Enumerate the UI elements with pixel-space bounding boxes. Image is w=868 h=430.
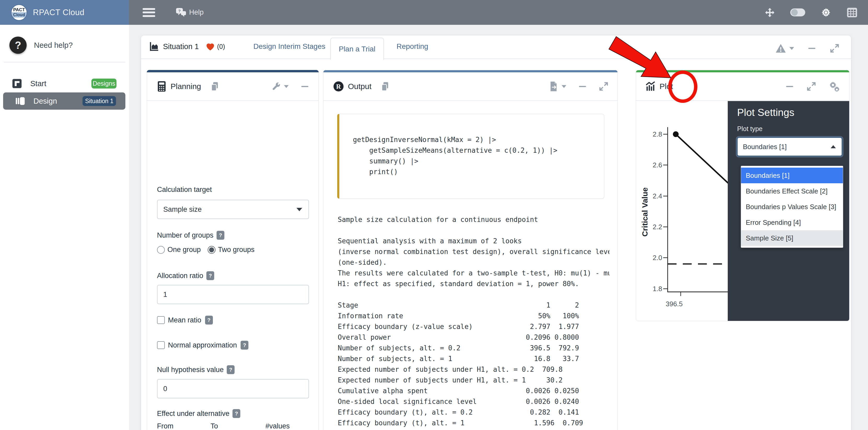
effect-label: Effect under alternative? bbox=[157, 409, 240, 418]
plan-a-trial-label: Plan a Trial bbox=[339, 45, 375, 53]
help-badge-icon[interactable]: ? bbox=[232, 409, 240, 418]
normal-approx-label: Normal approximation bbox=[168, 341, 237, 349]
settings-gear-icon[interactable] bbox=[820, 7, 831, 18]
rpact-logo: PACT Cloud bbox=[11, 4, 27, 21]
data-point-stage1 bbox=[673, 131, 679, 137]
plot-settings-gears-icon[interactable] bbox=[828, 81, 840, 92]
sidebar-item-design[interactable]: Design Situation 1 bbox=[3, 92, 125, 110]
plot-type-dropdown: Boundaries [1] Boundaries Effect Scale [… bbox=[741, 166, 843, 248]
situation-tab-label: Situation 1 bbox=[163, 42, 199, 51]
calc-target-label: Calculation target bbox=[157, 186, 212, 194]
y-tick-labels: 2.8 2.6 2.4 2.2 2.0 1.8 bbox=[653, 130, 662, 293]
one-group-label: One group bbox=[167, 246, 201, 254]
hamburger-menu-icon[interactable] bbox=[143, 8, 155, 17]
heart-icon[interactable] bbox=[206, 42, 215, 51]
grid-apps-icon[interactable] bbox=[846, 7, 858, 18]
expand-diagonal-icon[interactable] bbox=[806, 81, 816, 91]
help-badge-icon[interactable]: ? bbox=[206, 271, 214, 280]
designs-badge: Designs bbox=[91, 78, 117, 89]
allocation-label: Allocation ratio? bbox=[157, 271, 214, 280]
theme-toggle[interactable] bbox=[790, 8, 805, 16]
svg-text:2.4: 2.4 bbox=[653, 192, 662, 200]
sidebar-item-start[interactable]: Start Designs bbox=[0, 76, 129, 91]
sidebar-item-need-help[interactable]: ? Need help? bbox=[0, 31, 129, 60]
question-mark-icon: ? bbox=[9, 37, 27, 54]
mean-ratio-label: Mean ratio bbox=[168, 316, 202, 324]
help-badge-icon[interactable]: ? bbox=[241, 341, 248, 350]
groups-label: Number of groups? bbox=[157, 231, 224, 240]
sidebar-divider bbox=[4, 62, 125, 62]
option-boundaries-p-values-scale[interactable]: Boundaries p Values Scale [3] bbox=[741, 199, 843, 214]
toggle-knob bbox=[791, 9, 798, 16]
x-tick-label: 396.5 bbox=[665, 300, 683, 308]
option-boundaries-effect-scale[interactable]: Boundaries Effect Scale [2] bbox=[741, 183, 843, 199]
caret-down-icon bbox=[562, 85, 566, 88]
svg-text:2.2: 2.2 bbox=[653, 223, 662, 231]
mean-ratio-row: Mean ratio ? bbox=[157, 316, 213, 325]
export-file-icon bbox=[549, 81, 558, 92]
wrench-icon bbox=[271, 82, 281, 91]
null-hypothesis-input[interactable] bbox=[157, 379, 309, 398]
svg-text:R: R bbox=[336, 83, 341, 90]
tools-dropdown-button[interactable] bbox=[271, 82, 289, 91]
caret-down-icon bbox=[284, 85, 289, 88]
svg-text:1.8: 1.8 bbox=[653, 285, 662, 293]
situation-card: Situation 1 (0) Design Interim Stages Pl… bbox=[141, 35, 851, 430]
help-label: Help bbox=[189, 8, 204, 16]
from-label: From bbox=[157, 422, 174, 430]
mean-ratio-checkbox[interactable] bbox=[157, 316, 165, 324]
output-title: Output bbox=[348, 82, 371, 91]
collapse-minus-icon[interactable] bbox=[785, 82, 794, 91]
groups-radio-row: One group Two groups bbox=[157, 246, 254, 254]
svg-text:2.0: 2.0 bbox=[653, 254, 662, 262]
expand-diagonal-icon[interactable] bbox=[830, 43, 840, 53]
option-error-spending[interactable]: Error Spending [4] bbox=[741, 214, 843, 230]
tab-reporting[interactable]: Reporting bbox=[397, 42, 428, 51]
radio-two-groups[interactable] bbox=[208, 246, 216, 254]
help-badge-icon[interactable]: ? bbox=[217, 231, 224, 240]
help-badge-icon[interactable]: ? bbox=[205, 316, 213, 325]
normal-approx-checkbox[interactable] bbox=[157, 341, 165, 349]
copy-icon[interactable] bbox=[210, 81, 219, 92]
svg-text:2.6: 2.6 bbox=[653, 161, 662, 169]
start-flipboard-icon bbox=[11, 78, 23, 89]
topbar: ? Help bbox=[129, 0, 868, 25]
plot-panel: Plot bbox=[636, 70, 849, 321]
calc-target-select[interactable]: Sample size bbox=[157, 200, 309, 219]
radio-one-group[interactable] bbox=[157, 246, 165, 254]
arrows-move-icon[interactable] bbox=[765, 7, 775, 18]
option-sample-size[interactable]: Sample Size [5] bbox=[741, 230, 843, 246]
copy-icon[interactable] bbox=[380, 81, 390, 92]
need-help-label: Need help? bbox=[34, 41, 73, 49]
help-badge-icon[interactable]: ? bbox=[227, 365, 235, 374]
output-accent-bar bbox=[323, 70, 618, 72]
collapse-minus-icon[interactable] bbox=[807, 43, 816, 53]
tab-situation[interactable]: Situation 1 (0) bbox=[148, 41, 225, 52]
values-label: #values bbox=[266, 422, 290, 430]
collapse-minus-icon[interactable] bbox=[578, 82, 587, 91]
help-button[interactable]: ? Help bbox=[176, 7, 204, 18]
collapse-minus-icon[interactable] bbox=[300, 82, 310, 91]
caret-down-icon bbox=[297, 208, 302, 211]
output-panel: R Output bbox=[323, 70, 618, 430]
plot-settings-title: Plot Settings bbox=[737, 107, 794, 118]
tab-design-interim-stages[interactable]: Design Interim Stages bbox=[253, 42, 325, 51]
r-code-block[interactable]: getDesignInverseNormal(kMax = 2) |> getS… bbox=[337, 114, 604, 199]
export-dropdown-button[interactable] bbox=[549, 81, 566, 92]
help-chat-icon: ? bbox=[176, 7, 186, 18]
plot-type-label: Plot type bbox=[737, 125, 763, 133]
app-title: RPACT Cloud bbox=[33, 8, 84, 17]
planning-accent-bar bbox=[147, 70, 319, 72]
tabs-row: Situation 1 (0) Design Interim Stages Pl… bbox=[141, 35, 851, 59]
plot-type-select[interactable]: Boundaries [1] bbox=[737, 137, 842, 156]
tab-plan-a-trial[interactable]: Plan a Trial bbox=[330, 38, 384, 60]
plot-type-selected-value: Boundaries [1] bbox=[743, 143, 787, 151]
planning-title: Planning bbox=[170, 82, 201, 91]
option-boundaries[interactable]: Boundaries [1] bbox=[741, 168, 843, 183]
calc-target-value: Sample size bbox=[163, 205, 202, 213]
sidebar: PACT Cloud RPACT Cloud ? Need help? Star… bbox=[0, 0, 129, 430]
start-label: Start bbox=[30, 79, 46, 88]
allocation-input[interactable] bbox=[157, 285, 309, 304]
warnings-dropdown-button[interactable] bbox=[775, 43, 794, 53]
plot-settings-panel: Plot Settings Plot type Boundaries [1] B… bbox=[728, 101, 849, 321]
